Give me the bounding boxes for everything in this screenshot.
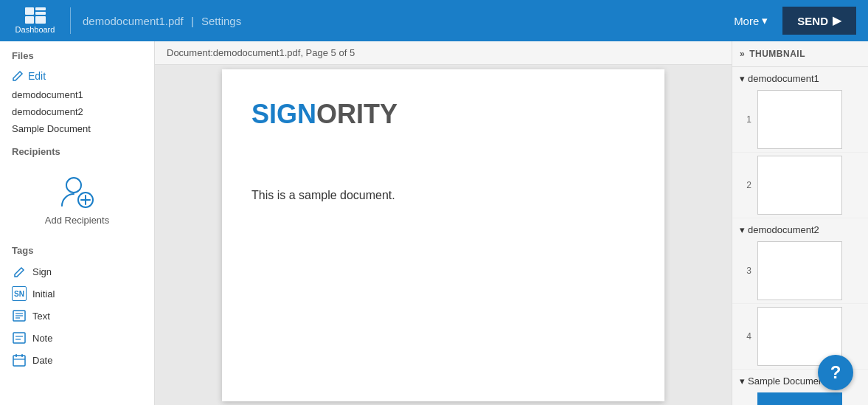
files-list: demodocument1 demodocument2 Sample Docum… (0, 86, 154, 137)
tags-section-title: Tags (0, 238, 154, 260)
logo-ority: ORITY (316, 99, 397, 129)
edit-icon (12, 70, 24, 82)
tag-sign-label: Sign (32, 266, 52, 277)
tag-date-label: Date (32, 355, 52, 366)
main-layout: Files Edit demodocument1 demodocument2 S… (0, 41, 868, 405)
files-section-title: Files (0, 41, 154, 66)
file-item-demodocument2[interactable]: demodocument2 (0, 103, 154, 120)
thumbnail-page-1[interactable]: 1 (732, 87, 868, 153)
thumbnail-group-label-demodocument1[interactable]: ▾ demodocument1 (732, 67, 868, 87)
thumbnail-group-label-demodocument2[interactable]: ▾ demodocument2 (732, 218, 868, 238)
tag-note[interactable]: Note (0, 327, 154, 349)
svg-rect-0 (25, 7, 34, 15)
thumbnail-img-5 (757, 392, 842, 405)
svg-rect-1 (35, 7, 46, 10)
tag-initial-label: Initial (32, 288, 55, 300)
tag-date[interactable]: Date (0, 349, 154, 371)
add-user-icon (59, 173, 96, 210)
svg-rect-16 (13, 356, 25, 366)
recipients-section-title: Recipients (0, 137, 154, 162)
thumbnail-group-demodocument1: ▾ demodocument1 1 2 (732, 67, 868, 218)
thumbnail-panel: » THUMBNAIL ▾ demodocument1 1 2 ▾ demodo… (732, 41, 868, 405)
breadcrumb: Document:demodocument1.pdf, Page 5 of 5 (155, 41, 732, 65)
tag-sign[interactable]: Sign (0, 260, 154, 283)
logo-sign: SIGN (251, 99, 316, 129)
dashboard-button[interactable]: Dashboard (12, 7, 71, 34)
sn-icon: SN (12, 286, 27, 301)
thumbnail-page-2[interactable]: 2 (732, 153, 868, 218)
file-item-sample-document[interactable]: Sample Document (0, 120, 154, 137)
double-arrow-icon: » (740, 49, 745, 59)
header-title: demodocument1.pdf | Settings (71, 15, 734, 27)
file-item-demodocument1[interactable]: demodocument1 (0, 86, 154, 103)
svg-point-5 (66, 178, 81, 193)
collapse-icon: ▾ (740, 224, 745, 235)
date-icon (12, 353, 27, 367)
collapse-icon: ▾ (740, 73, 745, 84)
sidebar: Files Edit demodocument1 demodocument2 S… (0, 41, 155, 405)
text-box-icon (12, 308, 27, 323)
svg-rect-3 (25, 16, 34, 24)
send-button[interactable]: SEND ▶ (782, 7, 856, 35)
document-paper: SIGNORITY This is a sample document. (222, 69, 664, 401)
svg-rect-13 (13, 333, 25, 343)
dashboard-label: Dashboard (15, 25, 55, 34)
more-button[interactable]: More ▾ (734, 14, 768, 27)
add-recipients-button[interactable]: Add Recipients (0, 162, 154, 238)
help-button[interactable]: ? (818, 355, 853, 390)
thumbnail-img-2 (757, 156, 842, 215)
chevron-down-icon: ▾ (762, 14, 768, 27)
collapse-icon: ▾ (740, 375, 745, 387)
tag-initial[interactable]: SN Initial (0, 283, 154, 305)
document-body-text: This is a sample document. (251, 189, 635, 202)
document-logo: SIGNORITY (251, 99, 635, 130)
thumbnail-header: » THUMBNAIL (732, 41, 868, 67)
svg-rect-2 (35, 12, 46, 15)
document-area: Document:demodocument1.pdf, Page 5 of 5 … (155, 41, 732, 405)
pen-icon (12, 264, 27, 279)
thumbnail-img-3 (757, 241, 842, 300)
thumbnail-page-3[interactable]: 3 (732, 238, 868, 304)
thumbnail-page-5[interactable]: 5 (732, 390, 868, 405)
document-page: SIGNORITY This is a sample document. (155, 65, 732, 405)
thumbnail-group-demodocument2: ▾ demodocument2 3 4 (732, 218, 868, 370)
svg-rect-4 (35, 16, 46, 24)
tag-note-label: Note (32, 333, 52, 344)
arrow-right-icon: ▶ (833, 14, 841, 27)
header: Dashboard demodocument1.pdf | Settings M… (0, 0, 868, 41)
tag-text-label: Text (32, 311, 50, 322)
thumbnail-img-1 (757, 90, 842, 149)
note-icon (12, 330, 27, 345)
tag-text[interactable]: Text (0, 305, 154, 327)
edit-button[interactable]: Edit (0, 66, 154, 86)
